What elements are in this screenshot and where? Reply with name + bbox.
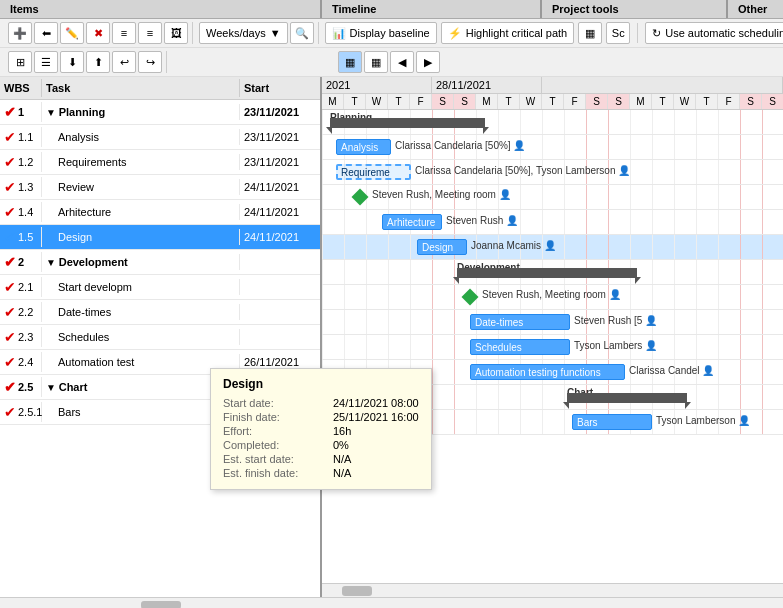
grid-line xyxy=(520,410,521,434)
gantt-bar[interactable]: Analysis xyxy=(336,139,391,155)
task-cell: Arhitecture xyxy=(42,204,240,220)
task-name: Bars xyxy=(58,406,81,418)
grid-line xyxy=(718,135,719,159)
wbs-cell: ✔2.3 xyxy=(0,327,42,347)
auto-scheduling-btn[interactable]: ↻ Use automatic scheduling xyxy=(645,22,783,44)
other-section-label: Other xyxy=(728,0,783,18)
gantt-dashed-bar[interactable]: Requireme xyxy=(336,164,411,180)
group-bar-right-arrow xyxy=(685,402,691,409)
table-row[interactable]: ✔1.1Analysis23/11/2021 xyxy=(0,125,320,150)
edit-btn[interactable]: ✏️ xyxy=(60,22,84,44)
grid-line xyxy=(388,260,389,284)
grid-line xyxy=(366,285,367,309)
grid-line xyxy=(432,385,433,409)
start-cell xyxy=(240,260,320,264)
check-icon[interactable]: ✔ xyxy=(4,229,16,245)
expand-icon[interactable]: ▼ xyxy=(46,257,59,268)
grid-line xyxy=(498,410,499,434)
grid-line xyxy=(696,385,697,409)
grid-line xyxy=(740,285,741,309)
check-icon[interactable]: ✔ xyxy=(4,204,16,220)
grid-line xyxy=(674,185,675,209)
highlight-critical-btn[interactable]: ⚡ Highlight critical path xyxy=(441,22,575,44)
gantt-group-bar[interactable] xyxy=(330,118,485,128)
calendar-view-btn2[interactable]: ▦ xyxy=(364,51,388,73)
gantt-row: ArhitectureSteven Rush 👤 xyxy=(322,210,783,235)
list-view-btn[interactable]: ☰ xyxy=(34,51,58,73)
delete-btn[interactable]: ✖ xyxy=(86,22,110,44)
image-btn[interactable]: 🖼 xyxy=(164,22,188,44)
check-icon[interactable]: ✔ xyxy=(4,179,16,195)
check-icon[interactable]: ✔ xyxy=(4,254,16,270)
gantt-bar[interactable]: Design xyxy=(417,239,467,255)
table-row[interactable]: ✔1.4Arhitecture24/11/2021 xyxy=(0,200,320,225)
task-cell: Date-times xyxy=(42,304,240,320)
add-btn[interactable]: ➕ xyxy=(8,22,32,44)
grid-line xyxy=(608,185,609,209)
grid-line xyxy=(344,335,345,359)
undo-btn[interactable]: ↩ xyxy=(112,51,136,73)
check-icon[interactable]: ✔ xyxy=(4,129,16,145)
table-row[interactable]: ✔1▼ Planning23/11/2021 xyxy=(0,100,320,125)
nav-next-btn[interactable]: ▶ xyxy=(416,51,440,73)
gantt-group-bar[interactable] xyxy=(567,393,687,403)
outdent-btn[interactable]: ≡ xyxy=(112,22,136,44)
wbs-cell: ✔2.1 xyxy=(0,277,42,297)
import-btn[interactable]: ⬇ xyxy=(60,51,84,73)
start-cell: 23/11/2021 xyxy=(240,129,320,145)
check-icon[interactable]: ✔ xyxy=(4,104,16,120)
check-icon[interactable]: ✔ xyxy=(4,154,16,170)
items-scrollbar-thumb[interactable] xyxy=(141,601,181,609)
gantt-resource: Steven Rush [5 👤 xyxy=(574,315,657,326)
search-btn[interactable]: 🔍 xyxy=(290,22,314,44)
popup-est-finish-value: N/A xyxy=(333,467,351,479)
indent-btn[interactable]: ⬅ xyxy=(34,22,58,44)
display-baseline-btn[interactable]: 📊 Display baseline xyxy=(325,22,437,44)
table-row[interactable]: ✔1.3Review24/11/2021 xyxy=(0,175,320,200)
check-icon[interactable]: ✔ xyxy=(4,404,16,420)
table-row[interactable]: ✔1.2Requirements23/11/2021 xyxy=(0,150,320,175)
grid-view-btn[interactable]: ⊞ xyxy=(8,51,32,73)
zoom-dropdown[interactable]: Weeks/days ▼ xyxy=(199,22,288,44)
grid-line xyxy=(322,185,323,209)
table-row[interactable]: ✔2.2Date-times xyxy=(0,300,320,325)
table-row[interactable]: ✔2.1Start developm xyxy=(0,275,320,300)
table-row[interactable]: ✔2▼ Development xyxy=(0,250,320,275)
export-btn[interactable]: ⬆ xyxy=(86,51,110,73)
h-scrollbar[interactable] xyxy=(322,583,783,597)
table-row[interactable]: ✔1.5Design24/11/2021 xyxy=(0,225,320,250)
week1-label: 2021 xyxy=(322,77,432,93)
check-icon[interactable]: ✔ xyxy=(4,379,16,395)
wbs-value: 1.2 xyxy=(18,156,33,168)
gantt-bar[interactable]: Bars xyxy=(572,414,652,430)
grid-line xyxy=(542,210,543,234)
outdent2-btn[interactable]: ≡ xyxy=(138,22,162,44)
gantt-bar[interactable]: Schedules xyxy=(470,339,570,355)
calendar-view-btn1[interactable]: ▦ xyxy=(338,51,362,73)
day-cell: M xyxy=(322,94,344,109)
grid-line xyxy=(322,235,323,259)
redo-btn[interactable]: ↪ xyxy=(138,51,162,73)
grid-icon-btn[interactable]: ▦ xyxy=(578,22,602,44)
grid-line xyxy=(454,310,455,334)
check-icon[interactable]: ✔ xyxy=(4,354,16,370)
table-row[interactable]: ✔2.3Schedules xyxy=(0,325,320,350)
gantt-bar[interactable]: Automation testing functions xyxy=(470,364,625,380)
check-icon[interactable]: ✔ xyxy=(4,279,16,295)
expand-icon[interactable]: ▼ xyxy=(46,382,59,393)
popup-effort-value: 16h xyxy=(333,425,351,437)
grid-line xyxy=(498,110,499,134)
sc-btn[interactable]: Sc xyxy=(606,22,630,44)
scrollbar-thumb[interactable] xyxy=(342,586,372,596)
grid-line xyxy=(762,135,763,159)
nav-prev-btn[interactable]: ◀ xyxy=(390,51,414,73)
start-cell: 24/11/2021 xyxy=(240,204,320,220)
expand-icon[interactable]: ▼ xyxy=(46,107,59,118)
gantt-group-bar[interactable] xyxy=(457,268,637,278)
grid-line xyxy=(564,235,565,259)
grid-line xyxy=(388,285,389,309)
check-icon[interactable]: ✔ xyxy=(4,304,16,320)
gantt-bar[interactable]: Arhitecture xyxy=(382,214,442,230)
check-icon[interactable]: ✔ xyxy=(4,329,16,345)
gantt-bar[interactable]: Date-times xyxy=(470,314,570,330)
